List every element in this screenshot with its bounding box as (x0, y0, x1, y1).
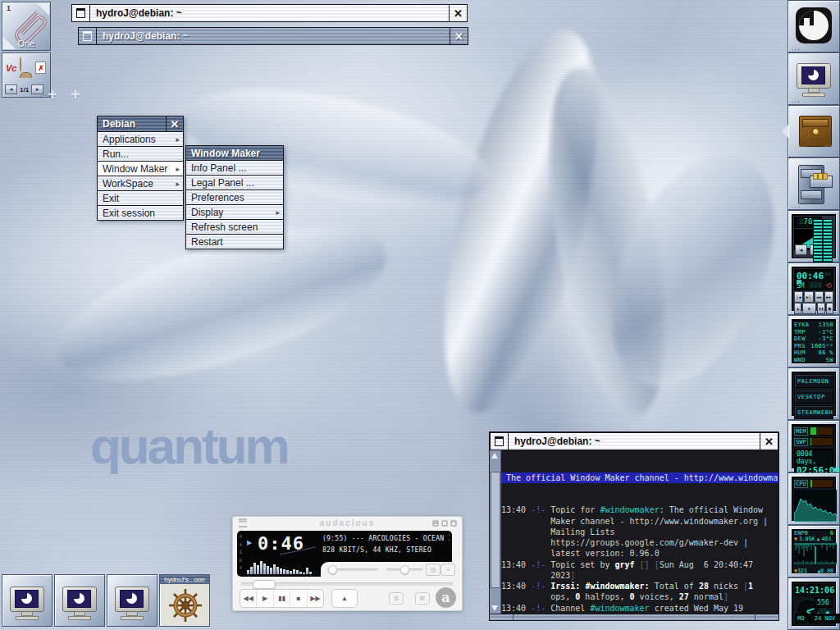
menu-item-preferences[interactable]: Preferences (185, 190, 284, 205)
irc-terminal-window[interactable]: hydroJ@debian: ~ ✕ The official Window M… (489, 431, 779, 621)
miniaturize-button[interactable] (72, 5, 90, 21)
miniwindow-terminal-2[interactable] (54, 574, 105, 627)
irc-message-line: https://groups.google.com/g/wmaker-dev | (501, 537, 778, 548)
dock-network-dockapp[interactable]: ENP0 6 ▼3.05K ▲483 ▼323 ▲0.00 (788, 525, 840, 578)
dock-filemanager-appicon[interactable]: ··· (788, 158, 840, 210)
dock-xterm-appicon[interactable]: ··· (788, 52, 840, 105)
menu-item-restart[interactable]: Restart (185, 235, 284, 249)
cd-seek-fwd-button[interactable]: ▶▶ (824, 291, 833, 303)
menu-item-legal-panel[interactable]: Legal Panel ... (185, 176, 284, 190)
play-button[interactable]: ▶ (257, 590, 273, 607)
drawer-collapse-arrow-icon[interactable] (782, 125, 788, 138)
weather-row-pressure: PRS1005ʰᵖ (792, 343, 835, 350)
cpu-usage-bar (810, 479, 833, 488)
equalizer-button[interactable]: ▥ (426, 564, 441, 576)
window-title[interactable]: hydroJ@debian: ~ (509, 433, 760, 450)
repeat-button[interactable]: R (415, 592, 430, 605)
seek-knob[interactable] (253, 580, 276, 589)
menu-item-applications[interactable]: Applications▸ (97, 132, 184, 147)
net-up-total: 0.00 (820, 568, 833, 574)
menu-item-workspace[interactable]: WorkSpace▸ (97, 176, 184, 191)
channel-prev-button[interactable]: ◄ (795, 244, 807, 255)
menu-item-exit[interactable]: Exit (97, 191, 184, 206)
cd-next-track-button[interactable]: ▶| (804, 291, 813, 303)
terminal-scrollbar[interactable] (490, 450, 501, 614)
next-button[interactable]: ▶▶ (308, 590, 323, 607)
cd-pause-button[interactable]: ▮▮ (817, 303, 824, 314)
shuffle-button[interactable]: S (389, 592, 404, 605)
dock-weather-dockapp[interactable]: EYKA1350 TMP-1°C DEW-3°C PRS1005ʰᵖ HUM86… (788, 315, 840, 368)
previous-button[interactable]: ◀◀ (240, 590, 257, 607)
launcher-steamwebhelper[interactable]: STEAMWEBH (794, 405, 833, 419)
menu-item-label: Display (191, 207, 223, 218)
terminal-window-shaded-1[interactable]: hydroJ@debian: ~ ✕ (71, 4, 468, 22)
dock-clock-dockapp[interactable]: 14:21:06 556 MO 24 NOV (788, 578, 840, 630)
dock-launcher-dockapp[interactable]: PALEMOON VESKTOP STEAMWEBH (788, 368, 840, 420)
dock-mixer-dockapp[interactable]: 8708 ◄ ► (788, 210, 840, 262)
resizebar-middle[interactable] (513, 614, 756, 620)
balance-knob[interactable] (400, 565, 409, 574)
player-titlebar[interactable]: audacious (233, 517, 462, 529)
scroll-up-icon[interactable] (491, 453, 498, 459)
irc-titlebar[interactable]: hydroJ@debian: ~ ✕ (490, 432, 778, 450)
dock-sysmon-dockapp[interactable]: MEM SWP 0004 days, 02:56:09 (788, 420, 840, 472)
menu-item-display[interactable]: Display▸ (185, 205, 284, 220)
menu-close-icon[interactable]: ✕ (166, 116, 183, 131)
cd-play-button[interactable]: ▶ (802, 303, 816, 314)
menu-item-window-maker[interactable]: Window Maker▸ (97, 162, 184, 176)
dock-cpu-dockapp[interactable]: CPU (788, 472, 840, 525)
launcher-vesktop[interactable]: VESKTOP (794, 390, 833, 404)
irssi-screen[interactable]: The official Window Maker channel - http… (501, 450, 778, 614)
dock-cdplayer-dockapp[interactable]: 00:46 04 SM 888 ⟲ |◀ ▶| ◀◀ ▶▶ ▲ ▶ ▮▮ ■ (788, 262, 840, 315)
miniwindow-terminal-3[interactable] (107, 574, 158, 627)
scroll-down-icon[interactable] (491, 605, 498, 611)
eject-button[interactable]: ▲ (331, 589, 358, 608)
stop-button[interactable]: ■ (290, 590, 307, 607)
cd-seek-back-button[interactable]: ◀◀ (815, 291, 824, 303)
audacious-player-window[interactable]: audacious OAIDV ▶ 0:46 (9:55) --- ARCOLO… (232, 516, 463, 611)
scrollbar-thumb[interactable] (491, 472, 500, 588)
cd-stop-button[interactable]: ■ (826, 303, 833, 314)
submenu-titlebar[interactable]: Window Maker (185, 145, 284, 161)
menu-item-run[interactable]: Run... (97, 147, 184, 162)
spectrum-bar (273, 564, 276, 574)
resize-corner-left[interactable] (490, 614, 513, 620)
volume-knob[interactable] (328, 565, 337, 574)
pager-right-button[interactable]: ► (31, 84, 43, 94)
close-button[interactable]: ✕ (760, 433, 778, 450)
menu-item-exit-session[interactable]: Exit session (97, 206, 184, 221)
menu-titlebar[interactable]: Debian ✕ (97, 116, 184, 132)
submenu-arrow-icon: ▸ (176, 135, 180, 144)
close-button[interactable] (450, 520, 457, 527)
pager-left-button[interactable]: ◄ (5, 84, 17, 94)
close-button[interactable]: ✕ (449, 5, 467, 21)
launcher-palemoon[interactable]: PALEMOON (794, 374, 833, 388)
resize-corner-right[interactable] (756, 614, 778, 620)
menu-item-info-panel[interactable]: Info Panel ... (185, 161, 284, 176)
spectrum-analyzer[interactable] (247, 555, 317, 574)
window-title[interactable]: hydroJ@debian: ~ (97, 28, 450, 44)
audacious-logo-icon: a (436, 587, 456, 608)
spectrum-bar (309, 572, 312, 574)
cd-eject-button[interactable]: ▲ (794, 303, 801, 314)
terminal-window-shaded-2[interactable]: hydroJ@debian: ~ ✕ (78, 27, 468, 45)
dock-wmaker-appicon[interactable]: ··· (788, 0, 840, 52)
window-title[interactable]: hydroJ@debian: ~ (90, 5, 449, 21)
workspace-clip[interactable]: 1 One (2, 2, 51, 51)
close-button[interactable]: ✕ (450, 28, 468, 44)
pause-button[interactable]: ▮▮ (274, 590, 290, 607)
playlist-button[interactable]: ≡ (441, 564, 455, 576)
weather-row-humidity: HUM86 % (792, 349, 835, 357)
miniaturize-button[interactable] (491, 433, 509, 450)
workspace-name: One (2, 39, 50, 48)
clutterbar[interactable]: OAIDV (240, 533, 242, 573)
miniwindow-palemoon[interactable]: hydroJ's...oon (159, 574, 210, 627)
track-title[interactable]: (9:55) --- ARCOLOGIES - OCEAN I (322, 535, 450, 542)
miniaturize-button[interactable] (79, 28, 97, 44)
dock-drawer-appicon[interactable] (788, 105, 840, 158)
miniwindow-terminal-1[interactable] (2, 574, 52, 627)
mail-checker-dockapp[interactable]: Vc ✗ ◄ 1/1 ► (2, 52, 51, 98)
cd-prev-track-button[interactable]: |◀ (794, 291, 803, 303)
window-resizebar[interactable] (490, 614, 778, 620)
menu-item-refresh-screen[interactable]: Refresh screen (185, 220, 284, 235)
